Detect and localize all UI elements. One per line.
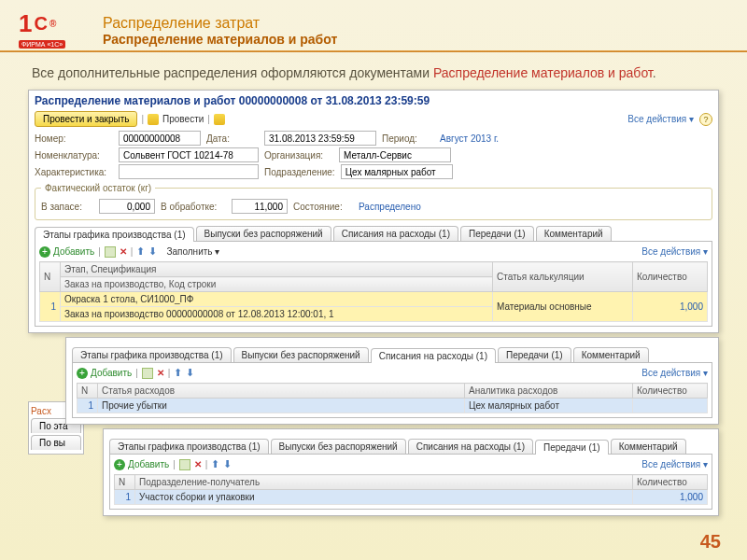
move-up-icon[interactable]: ⬆: [136, 245, 145, 258]
label-number: Номер:: [35, 133, 113, 144]
delete-icon[interactable]: ✕: [194, 459, 202, 469]
all-actions-tab[interactable]: Все действия ▾: [641, 246, 708, 257]
side-tab-2[interactable]: По вы: [31, 435, 81, 450]
add-button-3[interactable]: +Добавить: [114, 459, 169, 470]
date-field[interactable]: [264, 131, 376, 146]
move-up-icon[interactable]: ⬆: [174, 367, 182, 379]
fill-menu[interactable]: Заполнить ▾: [166, 246, 219, 257]
help-icon[interactable]: ?: [699, 113, 712, 126]
grid-writeoffs: N Статья расходов Аналитика расходов Кол…: [77, 383, 708, 413]
move-up-icon[interactable]: ⬆: [211, 458, 219, 470]
document-window: Распределение материалов и работ 0000000…: [28, 90, 719, 333]
page-number: 45: [700, 531, 721, 553]
tab-releases-2[interactable]: Выпуски без распоряжений: [233, 347, 369, 362]
col-order: Заказ на производство, Код строки: [61, 277, 493, 292]
tab-comment[interactable]: Комментарий: [536, 226, 612, 241]
label-period: Период:: [382, 133, 434, 144]
logo-1c: 1С® ФИРМА «1С»: [19, 9, 75, 49]
number-field[interactable]: [119, 131, 201, 146]
tab-transfers[interactable]: Передачи (1): [460, 226, 534, 241]
col-n: N: [78, 384, 98, 399]
item-field[interactable]: [119, 147, 259, 162]
tab-releases-3[interactable]: Выпуски без распоряжений: [271, 439, 406, 454]
move-down-icon[interactable]: ⬇: [223, 458, 232, 470]
table-row[interactable]: 1 Окраска 1 стола, СИ1000_ПФ Материалы о…: [40, 292, 708, 307]
col-qty: Количество: [633, 475, 708, 490]
copy-icon[interactable]: [179, 459, 190, 470]
divider: [0, 50, 747, 52]
tab-comment-2[interactable]: Комментарий: [573, 347, 649, 362]
delete-icon[interactable]: ✕: [120, 246, 127, 257]
stock-field[interactable]: [99, 199, 155, 214]
add-button-2[interactable]: +Добавить: [77, 368, 132, 379]
window-title: Распределение материалов и работ 0000000…: [35, 94, 712, 107]
post-icon[interactable]: [148, 114, 159, 125]
label-dept: Подразделение:: [264, 167, 335, 177]
window-transfers: Этапы графика производства (1) Выпуски б…: [103, 428, 719, 516]
legend-stock: Фактический остаток (кг): [41, 183, 155, 193]
move-down-icon[interactable]: ⬇: [186, 367, 194, 379]
col-article: Статья калькуляции: [493, 262, 633, 292]
state-value[interactable]: Распределено: [359, 202, 421, 212]
move-down-icon[interactable]: ⬇: [148, 245, 157, 258]
plus-icon: +: [114, 459, 125, 470]
tab-stages-3[interactable]: Этапы графика производства (1): [109, 439, 269, 454]
label-stock: В запасе:: [41, 202, 93, 212]
add-button[interactable]: +Добавить: [39, 246, 94, 258]
col-an: Аналитика расходов: [465, 384, 633, 399]
grid-stages: N Этап, Спецификация Статья калькуляции …: [39, 261, 708, 322]
dept-field[interactable]: [341, 164, 453, 179]
label-proc: В обработке:: [161, 202, 226, 212]
copy-icon[interactable]: [105, 246, 116, 258]
label-org: Организация:: [264, 150, 333, 161]
grid-transfers: N Подразделение-получатель Количество 1 …: [114, 474, 708, 505]
tab-comment-3[interactable]: Комментарий: [611, 439, 686, 454]
tab-writeoffs-2[interactable]: Списания на расходы (1): [371, 348, 496, 363]
plus-icon: +: [77, 368, 88, 379]
table-row[interactable]: 1 Участок сборки и упаковки 1,000: [115, 490, 708, 505]
post-and-close-button[interactable]: Провести и закрыть: [35, 111, 137, 127]
tab-writeoffs[interactable]: Списания на расходы (1): [333, 226, 458, 241]
plus-icon: +: [39, 246, 50, 258]
copy-icon[interactable]: [142, 368, 153, 379]
tab-transfers-2[interactable]: Передачи (1): [498, 347, 571, 362]
all-actions-tab-2[interactable]: Все действия ▾: [641, 368, 708, 378]
tab-writeoffs-3[interactable]: Списания на расходы (1): [408, 439, 533, 454]
tab-stages[interactable]: Этапы графика производства (1): [35, 227, 194, 242]
tab-stages-2[interactable]: Этапы графика производства (1): [72, 347, 232, 362]
proc-field[interactable]: [232, 199, 288, 214]
intro-text: Все дополнительные распределения оформля…: [32, 65, 719, 80]
all-actions-menu[interactable]: Все действия ▾: [627, 114, 694, 124]
delete-icon[interactable]: ✕: [157, 368, 164, 378]
col-qty: Количество: [633, 384, 708, 399]
all-actions-tab-3[interactable]: Все действия ▾: [641, 459, 708, 469]
window-writeoffs: Этапы графика производства (1) Выпуски б…: [65, 337, 719, 425]
col-n: N: [115, 475, 135, 490]
post-button[interactable]: Провести: [162, 114, 204, 124]
toolbar-extra-icon[interactable]: [214, 114, 225, 125]
col-stage: Этап, Спецификация: [61, 262, 493, 277]
col-n: N: [40, 262, 61, 292]
tab-releases[interactable]: Выпуски без распоряжений: [196, 226, 331, 241]
label-date: Дата:: [206, 133, 259, 144]
label-char: Характеристика:: [35, 167, 113, 177]
label-item: Номенклатура:: [35, 150, 113, 161]
col-dept: Подразделение-получатель: [135, 475, 633, 490]
tab-transfers-3[interactable]: Передачи (1): [535, 440, 609, 455]
table-row[interactable]: 1 Прочие убытки Цех малярных работ: [78, 399, 708, 413]
col-qty: Количество: [633, 262, 708, 292]
org-field[interactable]: [339, 147, 451, 162]
char-field[interactable]: [119, 164, 259, 179]
slide-title: Распределение затрат: [103, 15, 719, 32]
slide-subtitle: Распределение материалов и работ: [103, 32, 719, 47]
label-state: Состояние:: [293, 202, 353, 212]
col-exp: Статья расходов: [98, 384, 465, 399]
period-value[interactable]: Август 2013 г.: [440, 133, 499, 144]
